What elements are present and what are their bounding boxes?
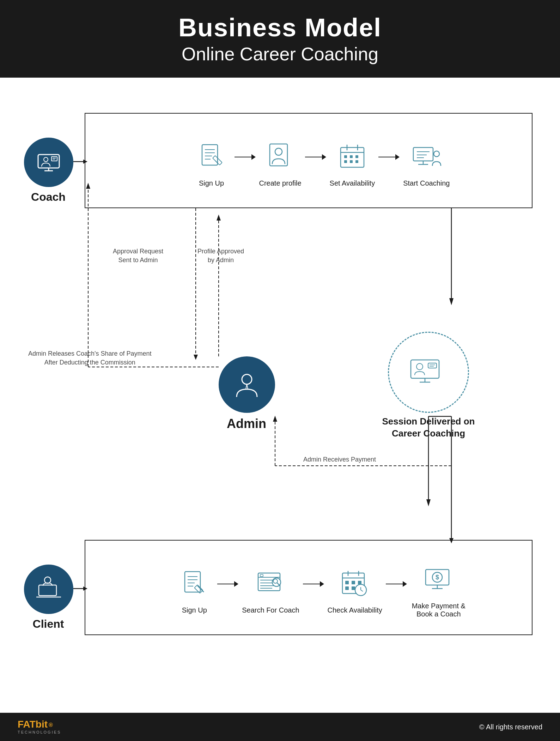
client-steps: Sign Up: [120, 547, 522, 632]
session-label: Session Delivered on Career Coaching: [367, 416, 490, 440]
coach-to-box-arrow: [73, 158, 87, 165]
client-step-signup: Sign Up: [175, 565, 214, 614]
coach-steps: Sign Up Create profile: [120, 120, 522, 205]
header: Business Model Online Career Coaching: [0, 0, 560, 78]
client-step-check-availability: Check Availability: [328, 565, 382, 614]
client-search-icon: [251, 565, 290, 603]
admin-circle: [219, 356, 275, 413]
svg-rect-23: [344, 160, 347, 163]
admin-label: Admin: [209, 416, 284, 431]
coach-profile-icon: [261, 138, 300, 176]
svg-marker-85: [449, 298, 454, 305]
svg-rect-45: [39, 585, 56, 596]
annotation-profile-approved: Profile Approved by Admin: [197, 247, 244, 265]
svg-line-37: [247, 384, 248, 389]
client-label: Client: [18, 618, 78, 631]
svg-rect-26: [413, 147, 433, 161]
client-signup-icon: [175, 565, 214, 603]
client-availability-icon: [335, 565, 374, 603]
svg-marker-34: [83, 159, 87, 164]
svg-text:$: $: [436, 574, 439, 581]
svg-point-32: [434, 151, 439, 157]
svg-rect-7: [202, 145, 218, 165]
client-payment-label: Make Payment & Book a Coach: [410, 602, 467, 618]
svg-rect-4: [51, 157, 57, 161]
svg-rect-24: [350, 160, 353, 163]
arrow-2: [305, 153, 326, 161]
client-step-payment: $ Make Payment & Book a Coach: [410, 560, 467, 618]
footer-copyright: © All rights reserved: [479, 723, 542, 731]
client-availability-label: Check Availability: [328, 606, 382, 614]
svg-rect-42: [428, 363, 437, 368]
coach-coaching-icon: [407, 138, 446, 176]
svg-rect-48: [185, 572, 200, 592]
arrow-6: [386, 580, 407, 588]
client-to-box-arrow: [73, 585, 87, 592]
coach-step-profile: Create profile: [259, 138, 302, 187]
arrow-5: [303, 580, 324, 588]
coach-availability-icon: [333, 138, 372, 176]
arrow-1: [235, 153, 256, 161]
client-step-search: Search For Coach: [242, 565, 299, 614]
svg-rect-71: [358, 581, 361, 584]
svg-rect-20: [344, 155, 347, 158]
session-circle: [388, 332, 469, 413]
svg-point-47: [44, 577, 51, 583]
coach-step-coaching: Start Coaching: [403, 138, 450, 187]
annotation-admin-receives: Admin Receives Payment: [303, 455, 376, 464]
coach-step-signup: Sign Up: [192, 138, 231, 187]
client-circle: [24, 565, 73, 614]
svg-marker-89: [194, 355, 198, 360]
annotation-admin-releases: Admin Releases Coach's Share of Payment …: [28, 349, 152, 367]
svg-rect-73: [352, 586, 355, 590]
coach-availability-label: Set Availability: [330, 179, 375, 187]
footer-logo: FATbit® TECHNOLOGIES: [18, 719, 61, 734]
svg-marker-87: [426, 499, 431, 506]
client-payment-icon: $: [419, 560, 458, 599]
arrow-3: [378, 153, 400, 161]
coach-coaching-label: Start Coaching: [403, 179, 450, 187]
svg-rect-72: [345, 586, 349, 590]
footer-logo-sub: TECHNOLOGIES: [18, 730, 61, 734]
coach-step-availability: Set Availability: [330, 138, 375, 187]
client-search-label: Search For Coach: [242, 606, 299, 614]
client-signup-label: Sign Up: [182, 606, 207, 614]
coach-circle: [24, 138, 73, 187]
svg-rect-69: [345, 581, 349, 584]
coach-step-row: Sign Up Create profile: [192, 138, 450, 187]
svg-marker-83: [83, 586, 87, 591]
svg-point-15: [275, 148, 282, 155]
svg-rect-22: [355, 155, 358, 158]
svg-rect-38: [411, 360, 439, 378]
coach-profile-label: Create profile: [259, 179, 302, 187]
annotation-approval: Approval Request Sent to Admin: [113, 247, 163, 265]
client-step-row: Sign Up: [175, 560, 467, 618]
diagram-area: Coach Sign Up: [0, 78, 560, 720]
coach-signup-label: Sign Up: [199, 179, 224, 187]
arrow-4: [217, 580, 238, 588]
footer: FATbit® TECHNOLOGIES © All rights reserv…: [0, 713, 560, 741]
svg-rect-70: [352, 581, 355, 584]
svg-rect-25: [355, 160, 358, 163]
svg-point-3: [44, 157, 48, 162]
footer-logo-text: FATbit®: [18, 719, 53, 729]
svg-marker-91: [217, 215, 221, 221]
svg-point-35: [242, 374, 252, 384]
svg-point-41: [416, 363, 423, 370]
coach-signup-icon: [192, 138, 231, 176]
coach-label: Coach: [18, 191, 78, 204]
page-title: Business Model: [178, 13, 382, 42]
page-subtitle: Online Career Coaching: [182, 43, 378, 65]
svg-rect-57: [260, 574, 263, 577]
svg-rect-21: [350, 155, 353, 158]
